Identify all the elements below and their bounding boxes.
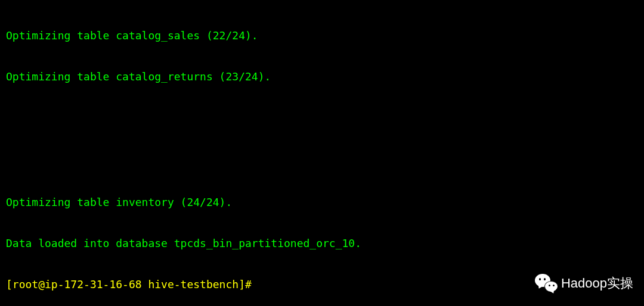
- terminal-output-bottom: Optimizing table inventory (24/24). Data…: [6, 168, 361, 305]
- watermark: Hadoop实操: [535, 274, 633, 293]
- terminal-output-top: Optimizing table catalog_sales (22/24). …: [6, 1, 271, 97]
- output-line: Optimizing table catalog_sales (22/24).: [6, 29, 271, 42]
- shell-prompt[interactable]: [root@ip-172-31-16-68 hive-testbench]#: [6, 277, 361, 291]
- watermark-text: Hadoop实操: [561, 275, 633, 292]
- wechat-icon: [535, 274, 558, 293]
- output-line: Optimizing table catalog_returns (23/24)…: [6, 70, 271, 83]
- output-line: Optimizing table inventory (24/24).: [6, 195, 361, 209]
- output-line: Data loaded into database tpcds_bin_part…: [6, 236, 361, 250]
